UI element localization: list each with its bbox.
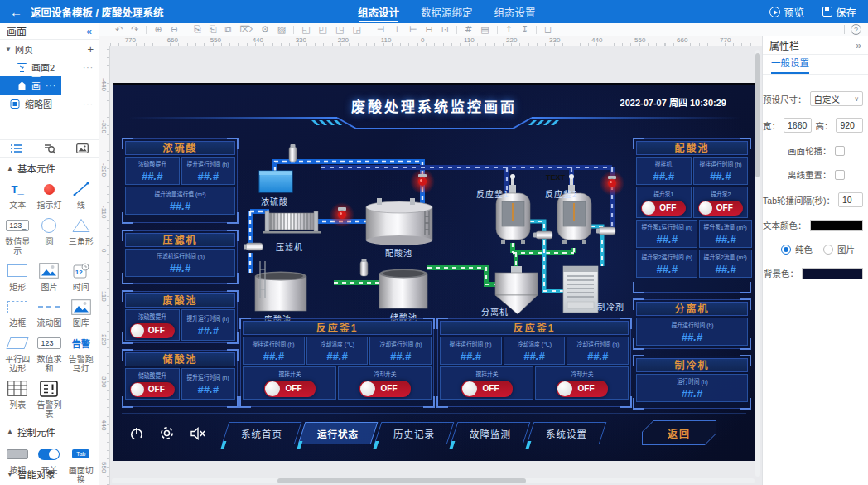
placeholder-text[interactable]: TEXT <box>546 173 565 182</box>
bring-forward-icon[interactable]: ◳ <box>335 24 344 36</box>
tab-interval-input[interactable]: 10 <box>838 192 863 207</box>
panel-reactor-1[interactable]: 反应釜1 搅拌运行时间 (h) ##.# 冷却温度 (℃) ##.# 冷却运行时… <box>240 318 434 407</box>
section-smart-objects[interactable]: ▼ 智能对象 <box>0 463 99 483</box>
tree-item-page2[interactable]: 画面2 ··· <box>0 58 99 76</box>
more-icon[interactable]: ··· <box>83 99 94 109</box>
section-control-elements[interactable]: ▲ 控制元件 <box>0 421 99 441</box>
import-icon[interactable]: ↧ <box>521 24 528 36</box>
tool-alarm-list[interactable]: 告警列表 <box>33 379 65 420</box>
tool-border[interactable]: 边框 <box>2 297 33 328</box>
valve-reactor-2[interactable] <box>600 171 624 196</box>
delete-icon[interactable]: ⌦ <box>239 24 253 36</box>
align-center-icon[interactable]: ⊥ <box>393 24 401 36</box>
breadcrumb[interactable]: 返回设备模板 / 废酸处理系统 <box>31 4 163 20</box>
horizontal-scrollbar[interactable] <box>112 478 755 483</box>
tool-text[interactable]: T_ 文本 <box>2 179 33 211</box>
collapse-left-icon[interactable]: « <box>86 26 92 37</box>
storage-pump[interactable] <box>360 259 368 276</box>
panel-storage-pool[interactable]: 储酸池 储硫酸提升 OFF 提升运行时间 (h) ##.# <box>123 350 238 407</box>
height-input[interactable]: 920 <box>836 118 863 133</box>
toggle-switch[interactable]: OFF <box>130 323 175 338</box>
more-icon[interactable]: ··· <box>83 63 94 72</box>
toggle-switch[interactable]: OFF <box>641 201 686 216</box>
tree-item-thumbnail[interactable]: 缩略图 ··· <box>0 95 99 113</box>
panel-waste-acid-pool[interactable]: 废酸池 浓硫酸提升 OFF 提升运行时间 (h) ##.# <box>123 291 238 343</box>
toggle-switch[interactable]: OFF <box>264 381 316 397</box>
tool-triangle[interactable]: 三角形 <box>65 216 97 256</box>
tab-config-design[interactable]: 组态设计 <box>358 0 399 23</box>
reactor-pump-1[interactable] <box>533 231 552 239</box>
carousel-checkbox[interactable] <box>835 146 845 156</box>
gallery-tab[interactable] <box>65 140 99 157</box>
tab-datasource-binding[interactable]: 数据源绑定 <box>421 0 473 23</box>
toggle-switch[interactable]: OFF <box>359 381 411 397</box>
tree-item-main-screen[interactable]: 主画面 ··· <box>0 76 61 95</box>
panel-separator[interactable]: 分离机 提升运行时间 (h) ##.# <box>634 299 750 349</box>
toggle-switch[interactable]: OFF <box>130 382 175 397</box>
vertical-scrollbar[interactable] <box>755 50 760 477</box>
zoom-in-icon[interactable]: ⊕ <box>154 24 162 36</box>
bg-color-swatch[interactable] <box>802 268 863 279</box>
back-button[interactable]: 返回 <box>642 420 716 445</box>
snap-icon[interactable]: ▤ <box>480 24 489 36</box>
preset-size-select[interactable]: 自定义 ∨ <box>810 91 864 106</box>
more-icon[interactable]: ··· <box>46 81 56 90</box>
power-button[interactable] <box>129 426 144 441</box>
preview-button[interactable]: 预览 <box>769 4 804 20</box>
mute-button[interactable] <box>190 426 206 441</box>
reactor-2[interactable] <box>557 174 591 244</box>
caret-down-icon[interactable]: ▼ <box>5 46 12 53</box>
section-basic-elements[interactable]: ▲ 基本元件 <box>0 158 99 177</box>
waste-acid-pool[interactable] <box>255 261 306 311</box>
tool-list[interactable]: 列表 <box>2 379 33 420</box>
zoom-out-icon[interactable]: ⊖ <box>171 24 178 36</box>
copy-icon[interactable]: ⎘ <box>194 24 201 36</box>
scada-canvas[interactable]: 废酸处理系统监控画面 2022-07-07 周四 10:30:29 <box>113 83 755 461</box>
width-input[interactable]: 1660 <box>784 118 812 133</box>
paste-icon[interactable]: ⎗ <box>210 24 217 36</box>
settings-icon[interactable]: ⚙ <box>261 24 269 36</box>
reactor-1[interactable] <box>496 174 530 244</box>
help-icon[interactable]: ? <box>851 24 861 35</box>
mixing-tank[interactable] <box>366 198 432 245</box>
tab-config-settings[interactable]: 组态设置 <box>494 0 536 23</box>
add-page-button[interactable]: + <box>87 43 94 56</box>
align-distribute-icon[interactable]: ⊡ <box>441 24 449 36</box>
back-arrow-icon[interactable]: ← <box>10 5 22 19</box>
toggle-switch[interactable]: OFF <box>557 381 608 397</box>
waste-pump[interactable] <box>244 243 263 250</box>
tree-root-webpage[interactable]: ▼ 网页 + <box>0 40 99 58</box>
offline-reset-checkbox[interactable] <box>835 170 845 180</box>
tool-image[interactable]: 图片 <box>33 261 65 293</box>
ungroup-icon[interactable]: ◰ <box>319 24 327 36</box>
send-backward-icon[interactable]: ◲ <box>352 24 360 36</box>
group-icon[interactable]: ◱ <box>301 24 310 36</box>
undo-icon[interactable]: ↶ <box>115 24 123 36</box>
nav-tab-fault-monitor[interactable]: 故障监测 <box>454 422 527 444</box>
nav-tab-system-settings[interactable]: 系统设置 <box>530 422 603 444</box>
toggle-switch[interactable]: OFF <box>461 381 513 397</box>
image-icon[interactable]: ▨ <box>277 24 286 36</box>
redo-icon[interactable]: ↷ <box>131 24 138 36</box>
tool-flow-diagram[interactable]: 流动图 <box>33 297 65 328</box>
save-button[interactable]: 保存 <box>822 4 856 20</box>
grid-icon[interactable]: # <box>465 24 472 36</box>
valve-mixing-tank[interactable] <box>410 169 435 194</box>
text-color-swatch[interactable] <box>810 220 864 231</box>
tool-gallery[interactable]: 图库 <box>65 297 97 328</box>
tool-circle[interactable]: 圆 <box>33 216 65 256</box>
process-diagram[interactable] <box>238 129 634 318</box>
valve-filter-press[interactable] <box>330 202 354 227</box>
panel-sulfuric-acid[interactable]: 浓硫酸 浓硫酸提升 ##.# 提升运行时间 (h) ##.# 提升流量运行值 (… <box>123 138 238 223</box>
tool-alarm-marquee[interactable]: 告警 告警跑马灯 <box>65 333 97 374</box>
tool-numeric-sum[interactable]: 123_ 数值求和 <box>33 333 65 374</box>
nav-tab-history[interactable]: 历史记录 <box>378 422 451 444</box>
tool-numeric-display[interactable]: 123_ 数值显示 <box>2 216 33 256</box>
solid-color-radio[interactable] <box>781 245 791 255</box>
tool-rectangle[interactable]: 矩形 <box>2 261 33 293</box>
component-search-tab[interactable] <box>33 140 66 157</box>
nav-tab-run-status[interactable]: 运行状态 <box>301 422 374 444</box>
fullscreen-icon[interactable]: ◻ <box>544 24 552 36</box>
panel-mixing-pool[interactable]: 配酸池 搅拌机 ##.# 搅拌运行时间 (h) ##.# 提升泵1 OFF 提升… <box>634 138 750 293</box>
duplicate-icon[interactable]: ⧉ <box>225 24 232 36</box>
